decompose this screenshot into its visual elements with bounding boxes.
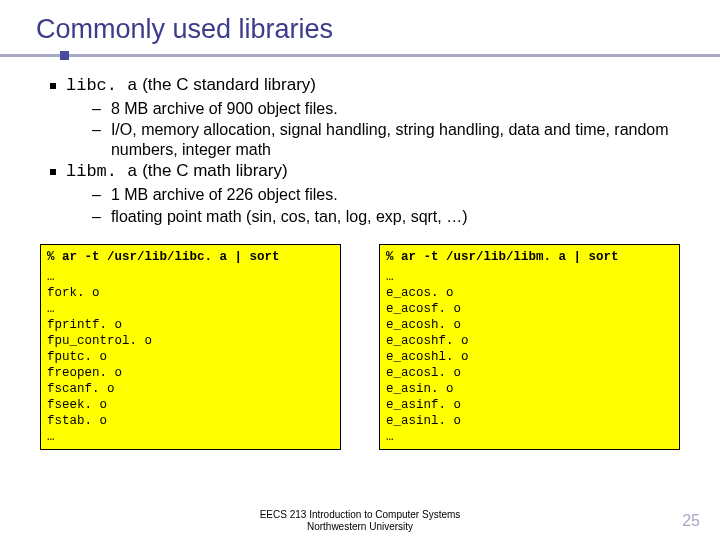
page-number: 25	[682, 512, 700, 530]
codebox-libc-cmd: % ar -t /usr/lib/libc. a | sort	[47, 249, 334, 265]
rule-square	[60, 51, 69, 60]
rule-line	[0, 54, 720, 57]
bullet-dot-icon	[50, 169, 56, 175]
title-rule	[36, 51, 684, 61]
bullet-1: libc. a (the C standard library)	[50, 75, 684, 97]
slide-body: libc. a (the C standard library) – 8 MB …	[36, 75, 684, 450]
dash-icon: –	[92, 99, 101, 119]
dash-icon: –	[92, 207, 101, 227]
codebox-libc: % ar -t /usr/lib/libc. a | sort… fork. o…	[40, 244, 341, 450]
codebox-libm: % ar -t /usr/lib/libm. a | sort… e_acos.…	[379, 244, 680, 450]
bullet-1-text: libc. a (the C standard library)	[66, 75, 684, 97]
codebox-libm-lines: … e_acos. o e_acosf. o e_acosh. o e_acos…	[386, 269, 673, 445]
subbullet-1-1: – 8 MB archive of 900 object files.	[92, 99, 684, 119]
codebox-libc-lines: … fork. o … fprintf. o fpu_control. o fp…	[47, 269, 334, 445]
slide-title: Commonly used libraries	[36, 14, 684, 45]
bullet-2-text: libm. a (the C math library)	[66, 161, 684, 183]
bullet-2-desc: (the C math library)	[137, 161, 287, 180]
subbullet-2-1: – 1 MB archive of 226 object files.	[92, 185, 684, 205]
code-boxes: % ar -t /usr/lib/libc. a | sort… fork. o…	[40, 244, 680, 450]
bullet-1-desc: (the C standard library)	[137, 75, 316, 94]
subbullet-1-1-text: 8 MB archive of 900 object files.	[111, 99, 684, 119]
bullet-2: libm. a (the C math library)	[50, 161, 684, 183]
slide: Commonly used libraries libc. a (the C s…	[0, 0, 720, 540]
codebox-libm-cmd: % ar -t /usr/lib/libm. a | sort	[386, 249, 673, 265]
footer-line-2: Northwestern University	[0, 521, 720, 533]
bullet-dot-icon	[50, 83, 56, 89]
subbullet-2-2-text: floating point math (sin, cos, tan, log,…	[111, 207, 684, 227]
subbullet-2-1-text: 1 MB archive of 226 object files.	[111, 185, 684, 205]
subbullet-1-2: – I/O, memory allocation, signal handlin…	[92, 120, 684, 159]
footer-line-1: EECS 213 Introduction to Computer System…	[0, 509, 720, 521]
bullet-2-code: libm. a	[66, 162, 137, 181]
subbullet-2-2: – floating point math (sin, cos, tan, lo…	[92, 207, 684, 227]
slide-footer: EECS 213 Introduction to Computer System…	[0, 509, 720, 532]
subbullet-1-2-text: I/O, memory allocation, signal handling,…	[111, 120, 684, 159]
dash-icon: –	[92, 185, 101, 205]
dash-icon: –	[92, 120, 101, 159]
bullet-1-code: libc. a	[66, 76, 137, 95]
